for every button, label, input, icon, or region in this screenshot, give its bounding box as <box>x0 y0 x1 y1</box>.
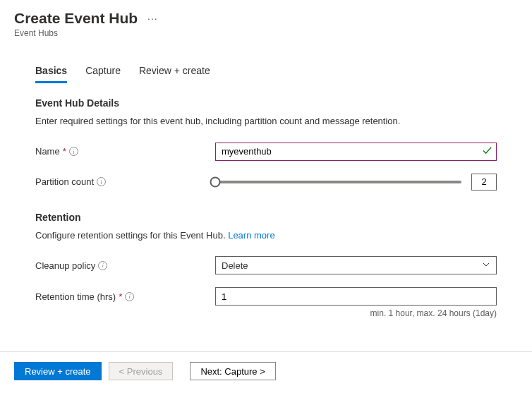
section-title-details: Event Hub Details <box>35 97 497 109</box>
check-icon <box>482 145 492 158</box>
slider-thumb[interactable] <box>210 176 221 187</box>
partition-slider[interactable] <box>215 181 461 183</box>
partition-value-input[interactable] <box>471 174 497 191</box>
label-partition-text: Partition count <box>35 176 94 187</box>
row-retention-time: Retention time (hrs) * i <box>35 287 497 306</box>
page-title: Create Event Hub <box>14 10 138 27</box>
required-asterisk: * <box>119 291 122 302</box>
learn-more-link[interactable]: Learn more <box>228 230 274 241</box>
footer: Review + create < Previous Next: Capture… <box>0 351 532 393</box>
section-desc-retention: Configure retention settings for this Ev… <box>35 229 497 243</box>
info-icon[interactable]: i <box>97 177 106 186</box>
label-name-text: Name <box>35 146 60 157</box>
form-content: Event Hub Details Enter required setting… <box>0 97 532 318</box>
tab-review-create[interactable]: Review + create <box>139 65 210 83</box>
label-retention-time-text: Retention time (hrs) <box>35 291 116 302</box>
page-header: Create Event Hub ··· Event Hubs <box>0 0 532 41</box>
label-cleanup: Cleanup policy i <box>35 260 215 271</box>
cleanup-select[interactable]: Delete <box>215 256 497 274</box>
label-retention-time: Retention time (hrs) * i <box>35 291 215 302</box>
cleanup-select-value: Delete <box>222 260 248 271</box>
chevron-down-icon <box>482 260 490 271</box>
section-title-retention: Retention <box>35 212 497 223</box>
retention-time-help: min. 1 hour, max. 24 hours (1day) <box>35 308 497 318</box>
row-cleanup: Cleanup policy i Delete <box>35 256 497 274</box>
info-icon[interactable]: i <box>69 147 78 156</box>
tabs: Basics Capture Review + create <box>0 65 532 83</box>
previous-button: < Previous <box>109 362 174 380</box>
row-name: Name * i <box>35 143 497 161</box>
required-asterisk: * <box>63 146 66 157</box>
review-create-button[interactable]: Review + create <box>14 362 102 380</box>
label-partition: Partition count i <box>35 176 215 187</box>
row-partition: Partition count i <box>35 174 497 191</box>
retention-desc-text: Configure retention settings for this Ev… <box>35 230 228 241</box>
tab-capture[interactable]: Capture <box>85 65 121 83</box>
label-cleanup-text: Cleanup policy <box>35 260 95 271</box>
breadcrumb[interactable]: Event Hubs <box>14 28 518 38</box>
info-icon[interactable]: i <box>98 261 107 270</box>
more-icon[interactable]: ··· <box>147 13 158 24</box>
name-input[interactable] <box>215 143 497 161</box>
label-name: Name * i <box>35 146 215 157</box>
next-button[interactable]: Next: Capture > <box>190 362 275 380</box>
retention-time-input[interactable] <box>215 287 497 306</box>
section-desc-details: Enter required settings for this event h… <box>35 114 497 128</box>
info-icon[interactable]: i <box>125 292 134 301</box>
tab-basics[interactable]: Basics <box>35 65 67 83</box>
